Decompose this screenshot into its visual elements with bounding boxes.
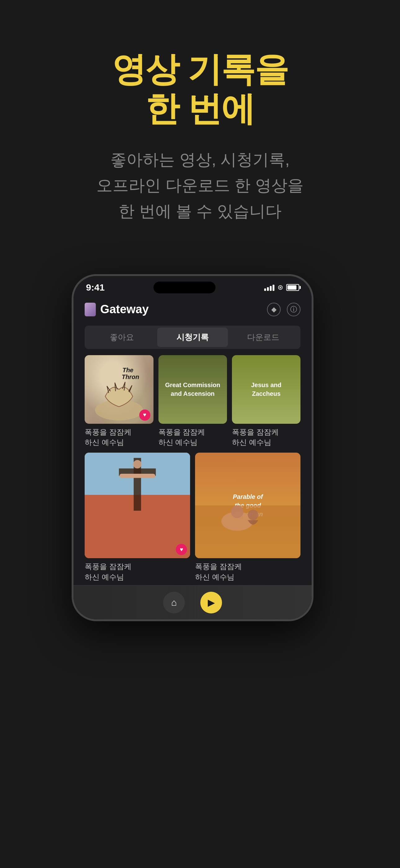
thumbnail-bg-samaritan: Parable ofthe goodSamaritan xyxy=(195,453,300,558)
status-time: 9:41 xyxy=(86,282,104,293)
phone-frame: 9:41 ⊛ xyxy=(72,274,313,621)
app-header-icons: ◆ ⓘ xyxy=(267,303,300,316)
heart-badge-1: ♥ xyxy=(139,409,151,421)
signal-bar-3 xyxy=(270,286,272,291)
video-card-zaccheus[interactable]: Jesus andZaccheus 폭풍을 잠잠케하신 예수님 xyxy=(232,355,300,448)
thumbnail-thron: The Thron ♥ xyxy=(85,355,153,424)
signal-bar-1 xyxy=(264,288,266,291)
battery-fill xyxy=(288,285,296,290)
thumbnail-text-zaccheus: Jesus andZaccheus xyxy=(248,377,285,401)
bottom-nav-bar: ⌂ ▶ xyxy=(73,585,312,619)
thumbnail-bg-crucified: Jesus iscrucified xyxy=(85,453,190,558)
home-icon: ⌂ xyxy=(171,597,177,608)
video-title-samaritan: 폭풍을 잠잠케하신 예수님 xyxy=(195,561,300,582)
video-grid-row1: The Thron ♥ 폭풍을 잠잠케하신 예수님 Great C xyxy=(73,355,312,448)
home-button[interactable]: ⌂ xyxy=(163,592,185,614)
app-header: Gateway ◆ ⓘ xyxy=(73,297,312,322)
thumbnail-text-commission: Great Commission and Ascension xyxy=(159,377,227,401)
video-title-commission: 폭풍을 잠잠케하신 예수님 xyxy=(159,427,227,448)
hero-title: 영상 기록을 한 번에 xyxy=(112,50,288,128)
video-title-crucified: 폭풍을 잠잠케하신 예수님 xyxy=(85,561,190,582)
thumbnail-commission: Great Commission and Ascension xyxy=(159,355,227,424)
thumbnail-bg-zaccheus: Jesus andZaccheus xyxy=(232,355,300,424)
svg-point-11 xyxy=(248,510,258,520)
svg-point-10 xyxy=(231,505,244,518)
tab-history[interactable]: 시청기록 xyxy=(157,328,228,347)
tab-download[interactable]: 다운로드 xyxy=(228,328,299,347)
battery-icon xyxy=(286,284,299,291)
svg-point-7 xyxy=(133,460,142,468)
video-card-samaritan[interactable]: Parable ofthe goodSamaritan 폭풍을 잠잠케하신 예수… xyxy=(195,453,300,582)
thumbnail-crucified: Jesus iscrucified ♥ xyxy=(85,453,190,558)
thumbnail-bg-commission: Great Commission and Ascension xyxy=(159,355,227,424)
signal-bar-2 xyxy=(267,287,269,291)
play-icon: ▶ xyxy=(208,597,215,608)
globe-icon[interactable]: ◆ xyxy=(267,303,280,316)
page-container: 영상 기록을 한 번에 좋아하는 영상, 시청기록, 오프라인 다운로드 한 영… xyxy=(72,0,328,621)
info-icon[interactable]: ⓘ xyxy=(287,303,300,316)
thumbnail-samaritan: Parable ofthe goodSamaritan xyxy=(195,453,300,558)
video-title-thron: 폭풍을 잠잠케하신 예수님 xyxy=(85,427,153,448)
video-title-zaccheus: 폭풍을 잠잠케하신 예수님 xyxy=(232,427,300,448)
status-icons: ⊛ xyxy=(264,283,299,291)
hero-section: 영상 기록을 한 번에 좋아하는 영상, 시청기록, 오프라인 다운로드 한 영… xyxy=(72,0,328,249)
app-logo: Gateway xyxy=(85,303,148,316)
video-grid-row2: Jesus iscrucified ♥ 폭풍을 잠잠케하신 예수님 xyxy=(73,448,312,582)
hero-subtitle: 좋아하는 영상, 시청기록, 오프라인 다운로드 한 영상을 한 번에 볼 수 … xyxy=(96,147,303,224)
video-card-crucified[interactable]: Jesus iscrucified ♥ 폭풍을 잠잠케하신 예수님 xyxy=(85,453,190,582)
thumbnail-zaccheus: Jesus andZaccheus xyxy=(232,355,300,424)
signal-bar-4 xyxy=(272,285,274,291)
status-notch xyxy=(154,282,215,293)
svg-rect-8 xyxy=(195,505,300,558)
video-card-commission[interactable]: Great Commission and Ascension 폭풍을 잠잠케하신… xyxy=(159,355,227,448)
tab-bar: 좋아요 시청기록 다운로드 xyxy=(85,326,300,349)
signal-bars-icon xyxy=(264,284,274,291)
play-button[interactable]: ▶ xyxy=(200,592,222,614)
tab-liked[interactable]: 좋아요 xyxy=(87,328,157,347)
svg-text:Thron: Thron xyxy=(122,373,139,380)
app-name: Gateway xyxy=(100,303,148,316)
svg-text:The: The xyxy=(123,367,133,373)
status-bar: 9:41 ⊛ xyxy=(73,276,312,297)
phone-screen: Gateway ◆ ⓘ 좋아요 시청기록 다운로드 xyxy=(73,297,312,620)
video-card-thron[interactable]: The Thron ♥ 폭풍을 잠잠케하신 예수님 xyxy=(85,355,153,448)
app-logo-icon xyxy=(85,303,96,316)
phone-mockup: 9:41 ⊛ xyxy=(72,274,313,621)
wifi-icon: ⊛ xyxy=(277,283,283,291)
